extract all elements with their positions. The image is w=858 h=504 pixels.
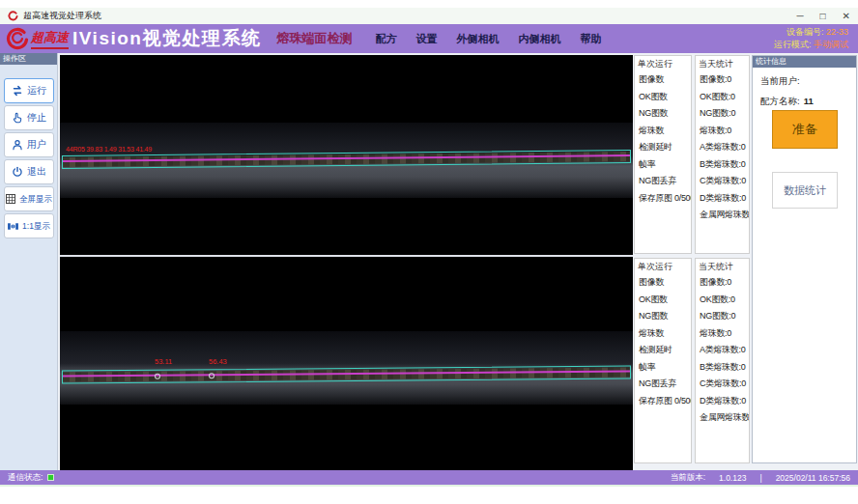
stat-row: 金属网熔珠数:0 bbox=[696, 409, 749, 427]
measurement-label: 53.11 bbox=[155, 357, 172, 366]
defect-marker bbox=[155, 374, 160, 379]
one-to-one-button[interactable]: 1:1显示 bbox=[4, 213, 54, 238]
close-icon[interactable]: ✕ bbox=[843, 12, 850, 21]
stat-row: 帧率 bbox=[635, 156, 691, 174]
device-id-label: 设备编号: bbox=[786, 27, 824, 37]
stop-button[interactable]: 停止 bbox=[4, 105, 54, 130]
current-user-row: 当前用户: bbox=[760, 75, 856, 88]
stat-row: 图像数 bbox=[635, 274, 691, 292]
defect-marker bbox=[209, 373, 214, 378]
run-button-label: 运行 bbox=[27, 86, 46, 96]
stat-row: 检测延时 bbox=[635, 139, 691, 156]
operations-sidebar: 操作区 运行 停止 bbox=[0, 53, 58, 470]
user-icon bbox=[11, 138, 24, 152]
stop-icon bbox=[11, 111, 24, 125]
data-statistics-button[interactable]: 数据统计 bbox=[772, 172, 838, 209]
stat-row: NG图数 bbox=[635, 308, 691, 325]
main-content: 操作区 运行 停止 bbox=[0, 53, 858, 470]
stat-row: A类熔珠数:0 bbox=[696, 139, 749, 156]
user-button[interactable]: 用户 bbox=[4, 132, 54, 157]
one-to-one-icon bbox=[7, 220, 19, 233]
menu-item[interactable]: 帮助 bbox=[580, 32, 601, 46]
device-id-value: 22-33 bbox=[826, 27, 848, 37]
menu-item[interactable]: 外侧相机 bbox=[456, 32, 499, 46]
stat-row: OK图数:0 bbox=[696, 292, 749, 309]
stat-rows: 图像数:0OK图数:0NG图数:0熔珠数:0A类熔珠数:0B类熔珠数:0C类熔珠… bbox=[696, 274, 749, 427]
user-button-label: 用户 bbox=[27, 140, 46, 150]
stat-row: 图像数:0 bbox=[696, 71, 749, 89]
device-info: 设备编号: 22-33 运行模式: 手动调试 bbox=[774, 26, 848, 51]
recipe-row: 配方名称:11 bbox=[760, 96, 856, 108]
sidebar-header: 操作区 bbox=[0, 53, 57, 65]
maximize-icon[interactable]: □ bbox=[820, 12, 826, 21]
app-window: 超高速视觉处理系统 ─ □ ✕ 超高速 IVision视觉处理系统 熔珠端面检测… bbox=[0, 0, 858, 504]
version-value: 1.0.123 bbox=[719, 473, 746, 483]
stat-row: C类熔珠数:0 bbox=[696, 173, 749, 190]
app-title: IVision视觉处理系统 bbox=[72, 26, 261, 51]
menu-item[interactable]: 配方 bbox=[375, 32, 396, 46]
measurement-label: 56.43 bbox=[209, 357, 227, 366]
stat-row: A类熔珠数:0 bbox=[696, 342, 749, 359]
stat-row: 图像数:0 bbox=[696, 274, 749, 292]
single-run-stats-bottom: 单次运行 图像数OK图数NG图数熔珠数检测延时帧率NG图丢弃保存原图 0/500 bbox=[634, 258, 692, 463]
version-label: 当前版本: bbox=[671, 472, 705, 484]
stat-row: NG图数:0 bbox=[696, 105, 749, 123]
exit-icon bbox=[11, 165, 24, 179]
fullscreen-button-label: 全屏显示 bbox=[19, 195, 52, 204]
stat-rows: 图像数OK图数NG图数熔珠数检测延时帧率NG图丢弃保存原图 0/500 bbox=[635, 274, 691, 409]
fullscreen-icon bbox=[5, 193, 16, 205]
run-mode-value: 手动调试 bbox=[814, 40, 848, 49]
menu-item[interactable]: 内侧相机 bbox=[518, 32, 560, 46]
stat-row: 金属网熔珠数:0 bbox=[696, 207, 749, 224]
stat-row: 帧率 bbox=[635, 359, 691, 377]
comm-status-label: 通信状态: bbox=[8, 472, 43, 484]
camera-view-top[interactable]: 44R05 39.83 1.49 31.53 41.49 bbox=[60, 55, 633, 255]
groupbox-title: 当天统计 bbox=[696, 56, 749, 71]
app-header: 超高速 IVision视觉处理系统 熔珠端面检测 配方设置外侧相机内侧相机帮助 … bbox=[0, 24, 858, 53]
single-run-stats-top: 单次运行 图像数OK图数NG图数熔珠数检测延时帧率NG图丢弃保存原图 0/500 bbox=[634, 55, 692, 254]
window-bottom-edge bbox=[0, 485, 858, 487]
recipe-value: 11 bbox=[804, 96, 814, 106]
measurement-annotation: 44R05 39.83 1.49 31.53 41.49 bbox=[66, 146, 152, 153]
stop-button-label: 停止 bbox=[27, 113, 46, 123]
datetime: 2025/02/11 16:57:56 bbox=[776, 473, 850, 483]
exit-button-label: 退出 bbox=[27, 167, 46, 177]
camera-view-bottom[interactable]: 53.11 56.43 bbox=[60, 257, 633, 470]
app-logo-icon bbox=[8, 11, 18, 21]
stat-row: OK图数:0 bbox=[696, 89, 749, 106]
fullscreen-button[interactable]: 全屏显示 bbox=[4, 186, 54, 211]
comm-status-indicator bbox=[47, 474, 54, 481]
stat-row: 熔珠数 bbox=[635, 325, 691, 343]
stat-row: 图像数 bbox=[635, 71, 691, 89]
info-panel-header: 统计信息 bbox=[753, 56, 856, 68]
minimize-icon[interactable]: ─ bbox=[796, 12, 803, 21]
stat-rows: 图像数OK图数NG图数熔珠数检测延时帧率NG图丢弃保存原图 0/500 bbox=[635, 71, 691, 207]
window-title: 超高速视觉处理系统 bbox=[23, 10, 101, 22]
main-menu: 配方设置外侧相机内侧相机帮助 bbox=[375, 32, 601, 46]
window-titlebar: 超高速视觉处理系统 ─ □ ✕ bbox=[0, 8, 858, 24]
prepare-button[interactable]: 准备 bbox=[772, 110, 838, 149]
brand-name: 超高速 bbox=[31, 29, 69, 49]
stat-row: 保存原图 0/500 bbox=[635, 190, 691, 208]
stat-row: 熔珠数:0 bbox=[696, 325, 749, 343]
stat-row: NG图数:0 bbox=[696, 308, 749, 325]
sidebar-buttons: 运行 停止 用户 bbox=[0, 65, 57, 238]
stat-rows: 图像数:0OK图数:0NG图数:0熔珠数:0A类熔珠数:0B类熔珠数:0C类熔珠… bbox=[696, 71, 749, 224]
stat-row: 保存原图 0/500 bbox=[635, 393, 691, 410]
daily-stats-bottom: 当天统计 图像数:0OK图数:0NG图数:0熔珠数:0A类熔珠数:0B类熔珠数:… bbox=[695, 258, 750, 463]
one-to-one-button-label: 1:1显示 bbox=[22, 222, 50, 231]
stat-row: C类熔珠数:0 bbox=[696, 376, 749, 393]
stat-row: D类熔珠数:0 bbox=[696, 393, 749, 410]
stat-row: NG图丢弃 bbox=[635, 376, 691, 393]
groupbox-title: 单次运行 bbox=[635, 56, 691, 71]
current-user-label: 当前用户: bbox=[760, 75, 800, 86]
run-mode-label: 运行模式: bbox=[774, 40, 812, 49]
separator: | bbox=[759, 473, 761, 483]
stat-row: 检测延时 bbox=[635, 342, 691, 359]
stat-row: NG图丢弃 bbox=[635, 173, 691, 190]
stat-row: D类熔珠数:0 bbox=[696, 190, 749, 208]
exit-button[interactable]: 退出 bbox=[4, 159, 54, 184]
status-bar: 通信状态: 当前版本: 1.0.123 | 2025/02/11 16:57:5… bbox=[0, 470, 858, 485]
run-button[interactable]: 运行 bbox=[4, 78, 54, 103]
menu-item[interactable]: 设置 bbox=[415, 32, 437, 46]
